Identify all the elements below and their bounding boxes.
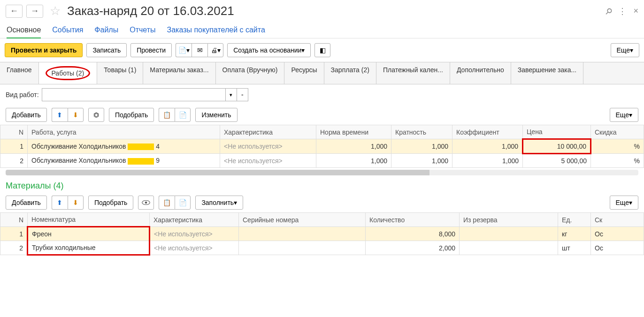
mcol-char[interactable]: Характеристика bbox=[150, 213, 239, 227]
col-work[interactable]: Работа, услуга bbox=[28, 125, 220, 139]
cell-price: 10 000,00 bbox=[523, 139, 591, 154]
copy-button[interactable]: 📋 bbox=[159, 108, 175, 122]
works-edit-button[interactable]: Изменить bbox=[195, 108, 237, 122]
col-mult[interactable]: Кратность bbox=[391, 125, 452, 139]
cell-nomen: Фреон bbox=[28, 227, 150, 241]
redacted-icon bbox=[128, 158, 154, 165]
subtab-resources[interactable]: Ресурсы bbox=[284, 62, 324, 84]
nav-tab-files[interactable]: Файлы bbox=[94, 26, 118, 34]
table-row[interactable]: 1Обслуживание Холодильников 4<Не использ… bbox=[0, 139, 644, 154]
cell-char: <Не используется> bbox=[220, 154, 316, 168]
materials-move-up-button[interactable]: ⬆ bbox=[52, 196, 68, 210]
cell-disc: % bbox=[591, 139, 644, 154]
works-select-button[interactable]: Подобрать bbox=[109, 108, 154, 122]
mcol-nomen[interactable]: Номенклатура bbox=[28, 213, 150, 227]
works-more-button[interactable]: Еще ▾ bbox=[610, 108, 639, 122]
more-button[interactable]: Еще ▾ bbox=[611, 43, 640, 57]
email-button[interactable]: ✉ bbox=[192, 43, 207, 57]
save-button[interactable]: Записать bbox=[86, 43, 127, 57]
materials-more-button[interactable]: Еще ▾ bbox=[610, 196, 639, 210]
work-type-dropdown-button[interactable]: ▾ bbox=[226, 88, 237, 101]
cell-disc: % bbox=[591, 154, 644, 168]
close-icon[interactable]: × bbox=[633, 6, 638, 16]
subtab-goods[interactable]: Товары (1) bbox=[97, 62, 143, 84]
materials-view-button[interactable] bbox=[138, 196, 154, 210]
col-norm[interactable]: Норма времени bbox=[316, 125, 391, 139]
cell-reserve bbox=[460, 241, 558, 255]
post-button[interactable]: Провести bbox=[130, 43, 172, 57]
cell-sk: Ос bbox=[591, 241, 644, 255]
materials-move-down-button[interactable]: ⬇ bbox=[68, 196, 84, 210]
cell-nomen: Трубки холодильные bbox=[28, 241, 150, 255]
subtab-salary[interactable]: Зарплата (2) bbox=[324, 62, 376, 84]
work-type-input[interactable] bbox=[42, 88, 226, 101]
subtab-additional[interactable]: Дополнительно bbox=[450, 62, 511, 84]
col-n[interactable]: N bbox=[0, 125, 28, 139]
print-button[interactable]: 🖨▾ bbox=[207, 43, 223, 57]
post-and-close-button[interactable]: Провести и закрыть bbox=[5, 43, 83, 57]
link-icon[interactable]: ⚲ bbox=[603, 5, 615, 17]
star-icon[interactable]: ☆ bbox=[50, 4, 61, 18]
cell-char: <Не используется> bbox=[150, 227, 239, 241]
mcol-reserve[interactable]: Из резерва bbox=[460, 213, 558, 227]
subtab-payment-calendar[interactable]: Платежный кален... bbox=[376, 62, 450, 84]
nav-tab-site-orders[interactable]: Заказы покупателей с сайта bbox=[167, 26, 265, 34]
nav-tab-reports[interactable]: Отчеты bbox=[130, 26, 155, 34]
cell-n: 2 bbox=[0, 154, 28, 168]
kebab-icon[interactable]: ⋮ bbox=[618, 6, 627, 16]
cell-qty: 2,000 bbox=[366, 241, 460, 255]
structure-button[interactable]: ◧ bbox=[314, 43, 330, 57]
materials-copy-button[interactable]: 📋 bbox=[159, 196, 175, 210]
mcol-serial[interactable]: Серийные номера bbox=[239, 213, 366, 227]
subtab-payment[interactable]: Оплата (Вручную) bbox=[216, 62, 285, 84]
col-price[interactable]: Цена bbox=[523, 125, 591, 139]
works-scrollbar[interactable] bbox=[6, 170, 638, 175]
table-row[interactable]: 1Фреон<Не используется>8,000кгОс bbox=[0, 227, 644, 241]
nav-tab-main[interactable]: Основное bbox=[7, 26, 41, 38]
cell-norm: 1,000 bbox=[316, 154, 391, 168]
mcol-sk[interactable]: Ск bbox=[591, 213, 644, 227]
cell-sk: Ос bbox=[591, 227, 644, 241]
nav-tab-events[interactable]: События bbox=[52, 26, 83, 34]
works-add-button[interactable]: Добавить bbox=[6, 108, 47, 122]
cell-work: Обслуживание Холодильников 9 bbox=[28, 154, 220, 168]
table-row[interactable]: 2Трубки холодильные<Не используется>2,00… bbox=[0, 241, 644, 255]
materials-table: N Номенклатура Характеристика Серийные н… bbox=[0, 212, 644, 256]
col-discount[interactable]: Скидка bbox=[591, 125, 644, 139]
nav-forward-button[interactable]: → bbox=[26, 5, 43, 18]
cell-char: <Не используется> bbox=[220, 139, 316, 154]
subtab-works[interactable]: Работы (2) bbox=[39, 62, 98, 84]
cell-coef: 1,000 bbox=[452, 154, 523, 168]
create-based-button[interactable]: Создать на основании ▾ bbox=[227, 43, 311, 57]
table-row[interactable]: 2Обслуживание Холодильников 9<Не использ… bbox=[0, 154, 644, 168]
materials-select-button[interactable]: Подобрать bbox=[88, 196, 134, 210]
col-char[interactable]: Характеристика bbox=[220, 125, 316, 139]
cell-work: Обслуживание Холодильников 4 bbox=[28, 139, 220, 154]
mcol-unit[interactable]: Ед. bbox=[558, 213, 591, 227]
move-up-button[interactable]: ⬆ bbox=[52, 108, 68, 122]
cell-serial bbox=[239, 241, 366, 255]
subtab-completion[interactable]: Завершение зака... bbox=[511, 62, 583, 84]
subtab-materials-order[interactable]: Материалы заказ... bbox=[143, 62, 215, 84]
work-type-open-button[interactable]: ▫ bbox=[237, 88, 248, 101]
mcol-n[interactable]: N bbox=[0, 213, 28, 227]
cell-n: 1 bbox=[0, 139, 28, 154]
col-coef[interactable]: Коэффициент bbox=[452, 125, 523, 139]
cell-serial bbox=[239, 227, 366, 241]
materials-add-button[interactable]: Добавить bbox=[6, 196, 47, 210]
move-down-button[interactable]: ⬇ bbox=[68, 108, 84, 122]
works-table: N Работа, услуга Характеристика Норма вр… bbox=[0, 125, 644, 168]
cell-char: <Не используется> bbox=[150, 241, 239, 255]
barcode-button[interactable]: ⏣ bbox=[88, 108, 104, 122]
nav-back-button[interactable]: ← bbox=[6, 5, 23, 18]
paste-button[interactable]: 📄 bbox=[175, 108, 191, 122]
materials-fill-button[interactable]: Заполнить ▾ bbox=[195, 196, 243, 210]
cell-mult: 1,000 bbox=[391, 154, 452, 168]
subtab-main[interactable]: Главное bbox=[0, 62, 39, 84]
cell-mult: 1,000 bbox=[391, 139, 452, 154]
mcol-qty[interactable]: Количество bbox=[366, 213, 460, 227]
cell-n: 2 bbox=[0, 241, 28, 255]
svg-point-1 bbox=[145, 202, 147, 204]
materials-paste-button[interactable]: 📄 bbox=[175, 196, 191, 210]
attach-button[interactable]: 📄▾ bbox=[176, 43, 192, 57]
